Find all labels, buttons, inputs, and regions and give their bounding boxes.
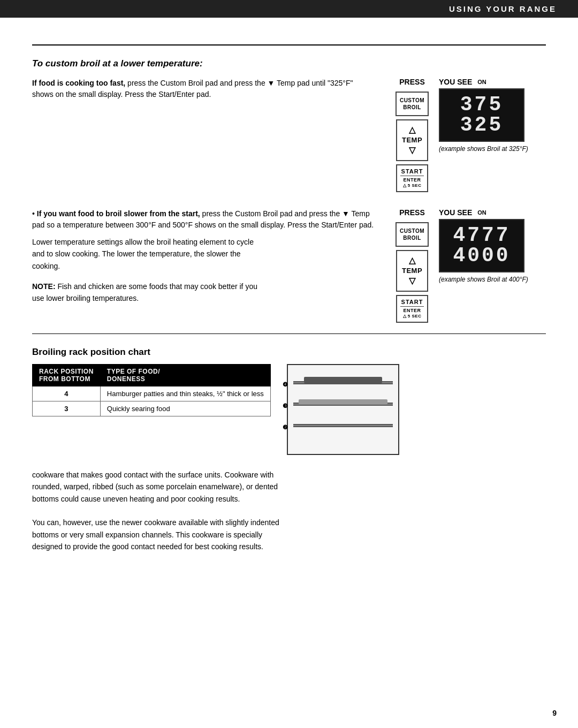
col2-header: TYPE OF FOOD/DONENESS <box>100 364 270 386</box>
start-label-2: START <box>400 298 424 306</box>
pan-on-rack-3 <box>299 399 387 405</box>
lcd-line1-2: 4777 <box>447 225 516 246</box>
temp-button-1[interactable]: △ TEMP ▽ <box>396 119 428 161</box>
temp-down-icon-1: ▽ <box>409 146 416 155</box>
custom-broil-label-1: CUSTOMBROIL <box>400 97 424 110</box>
temp-down-icon-2: ▽ <box>409 276 416 285</box>
press-label-1: PRESS <box>399 78 424 86</box>
rack-table-container: RACK POSITIONFROM BOTTOM TYPE OF FOOD/DO… <box>32 364 271 416</box>
start-label-1: START <box>400 168 424 176</box>
you-see-col-1: YOU SEE ON 375 325 (example shows Broil … <box>439 78 546 153</box>
table-row: 3 Quickly searing food <box>33 401 271 416</box>
sec-label-1: △ 5 SEC <box>400 183 424 188</box>
example-text-1: (example shows Broil at 325°F) <box>439 145 528 153</box>
temp-up-icon-1: △ <box>409 125 416 134</box>
bullet1-bold: If food is cooking too fast, <box>32 79 125 87</box>
temp-label-1: TEMP <box>402 136 422 144</box>
press-col-1: PRESS CUSTOMBROIL △ TEMP ▽ START ENTE <box>391 78 434 192</box>
lcd-line1-1: 375 <box>447 95 516 115</box>
bottom-line2: You can, however, use the newer cookware… <box>32 517 289 552</box>
section1-title: To custom broil at a lower temperature: <box>32 58 546 69</box>
table-row: 4 Hamburger patties and thin steaks, ½" … <box>33 386 271 401</box>
on-indicator-1: ON <box>477 79 486 85</box>
start-enter-button-1[interactable]: START ENTER △ 5 SEC <box>396 164 428 192</box>
press-you-see-2: PRESS CUSTOMBROIL △ TEMP ▽ START ENTE <box>391 208 546 323</box>
you-see-label-2: YOU SEE ON <box>439 208 486 217</box>
note1-text: Lower temperature settings allow the bro… <box>32 236 268 272</box>
rack-label-4: ❹ <box>283 381 288 388</box>
instruction-row-2: • If you want food to broil slower from … <box>32 208 546 323</box>
enter-label-2: ENTER <box>400 308 424 314</box>
you-see-label-1: YOU SEE ON <box>439 78 486 86</box>
right-col-2: PRESS CUSTOMBROIL △ TEMP ▽ START ENTE <box>391 208 546 323</box>
press-label-2: PRESS <box>399 208 424 217</box>
sec-label-2: △ 5 SEC <box>400 314 424 319</box>
chart-section: Broiling rack position chart RACK POSITI… <box>32 347 546 460</box>
chart-layout: RACK POSITIONFROM BOTTOM TYPE OF FOOD/DO… <box>32 364 546 460</box>
oven-rack-4: ❹ <box>293 381 393 384</box>
lcd-display-1: 375 325 <box>439 88 524 142</box>
temp-label-2: TEMP <box>402 267 422 275</box>
bullet1-text: If food is cooking too fast, press the C… <box>32 78 375 100</box>
custom-broil-button-1[interactable]: CUSTOMBROIL <box>396 92 429 116</box>
rack-table: RACK POSITIONFROM BOTTOM TYPE OF FOOD/DO… <box>32 364 271 416</box>
header-title: USING YOUR RANGE <box>449 4 557 13</box>
rack-label-3: ❸ <box>283 403 288 410</box>
page-header: USING YOUR RANGE <box>0 0 578 18</box>
left-col-1: If food is cooking too fast, press the C… <box>32 78 375 100</box>
lcd-display-2: 4777 4000 <box>439 219 524 272</box>
note2-text: NOTE: Fish and chicken are some foods th… <box>32 280 268 305</box>
rack-num-4: 4 <box>33 386 101 401</box>
oven-outer: ❹ ❸ ❷ <box>287 364 399 455</box>
press-you-see-1: PRESS CUSTOMBROIL △ TEMP ▽ START ENTE <box>391 78 546 192</box>
lcd-line2-2: 4000 <box>447 246 516 266</box>
enter-label-1: ENTER <box>400 177 424 184</box>
mid-divider <box>32 333 546 334</box>
press-col-2: PRESS CUSTOMBROIL △ TEMP ▽ START ENTE <box>391 208 434 323</box>
bullet2-bold: If you want food to broil slower from th… <box>37 209 200 218</box>
start-enter-button-2[interactable]: START ENTER △ 5 SEC <box>396 295 428 322</box>
col1-header: RACK POSITIONFROM BOTTOM <box>33 364 101 386</box>
custom-broil-button-2[interactable]: CUSTOMBROIL <box>396 222 429 247</box>
oven-rack-2: ❷ <box>293 424 393 427</box>
bottom-line1: cookware that makes good contact with th… <box>32 469 289 505</box>
food-on-rack-4 <box>304 377 382 383</box>
food-desc-4: Hamburger patties and thin steaks, ½" th… <box>100 386 270 401</box>
bullet2-text: • If you want food to broil slower from … <box>32 208 375 231</box>
instruction-row-1: If food is cooking too fast, press the C… <box>32 78 546 192</box>
left-col-2: • If you want food to broil slower from … <box>32 208 375 313</box>
rack-num-3: 3 <box>33 401 101 416</box>
temp-button-2[interactable]: △ TEMP ▽ <box>396 250 428 292</box>
oven-diagram: ❹ ❸ ❷ <box>287 364 405 460</box>
on-indicator-2: ON <box>477 209 486 216</box>
oven-rack-3: ❸ <box>293 403 393 406</box>
bottom-text: cookware that makes good contact with th… <box>32 469 289 553</box>
rack-label-2: ❷ <box>283 424 288 431</box>
top-divider <box>32 44 546 46</box>
chart-title: Broiling rack position chart <box>32 347 546 358</box>
page-number: 9 <box>552 709 557 717</box>
lcd-line2-1: 325 <box>447 115 516 135</box>
you-see-col-2: YOU SEE ON 4777 4000 (example shows Broi… <box>439 208 546 283</box>
temp-up-icon-2: △ <box>409 256 416 265</box>
right-col-1: PRESS CUSTOMBROIL △ TEMP ▽ START ENTE <box>391 78 546 192</box>
example-text-2: (example shows Broil at 400°F) <box>439 276 528 283</box>
custom-broil-label-2: CUSTOMBROIL <box>400 228 424 241</box>
food-desc-3: Quickly searing food <box>100 401 270 416</box>
